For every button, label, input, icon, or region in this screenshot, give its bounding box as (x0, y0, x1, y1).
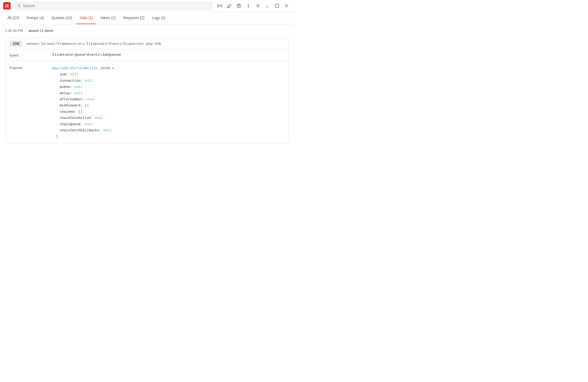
obj-id: {#288 (100, 66, 110, 70)
field-job: job: null (52, 71, 114, 77)
search-icon (17, 4, 21, 8)
svg-text:H: H (5, 4, 9, 8)
search-input[interactable] (23, 4, 209, 8)
job-badge: JOB (10, 41, 22, 47)
timestamp-bar: 2:42:40 PM - laravel-11-demo (5, 29, 289, 33)
field-chained: chained: [] (52, 109, 114, 115)
field-chainqueue: chainQueue: null (52, 121, 114, 127)
field-aftercommit: afterCommit: null (52, 96, 114, 102)
field-delay: delay: null (52, 90, 114, 96)
tab-dumps[interactable]: Dumps (4) (23, 12, 47, 24)
app-name: laravel-11-demo (28, 29, 53, 33)
svg-point-8 (257, 5, 259, 7)
toggle-arrow[interactable]: ▼ (112, 67, 114, 70)
title-bar-actions (215, 2, 291, 10)
field-chainconnection: chainConnection: null (52, 115, 114, 121)
svg-line-3 (20, 6, 20, 7)
payload-row: Payload App\Jobs\PerformAction {#288 ▼ j… (6, 61, 288, 143)
timestamp: 2:42:40 PM (5, 29, 23, 33)
minimize-button[interactable] (263, 2, 272, 10)
job-header: JOB vendor/laravel/framework/src/Illumin… (6, 38, 288, 50)
pin-button[interactable] (225, 2, 234, 10)
trash-button[interactable] (235, 2, 243, 10)
svg-rect-10 (275, 4, 279, 7)
sort-button[interactable] (244, 2, 253, 10)
payload-block: App\Jobs\PerformAction {#288 ▼ job: null… (52, 65, 114, 140)
tab-requests[interactable]: Requests (2) (120, 12, 148, 24)
payload-label: Payload (10, 65, 52, 70)
close-button[interactable] (282, 2, 291, 10)
tab-all[interactable]: All (23) (4, 12, 22, 24)
job-body: Event Illuminate\Queue\Events\JobQueued … (6, 50, 288, 143)
field-chaincatchcallbacks: chainCatchCallbacks: null (52, 127, 114, 133)
field-connection: connection: null (52, 78, 114, 84)
broadcast-button[interactable] (215, 2, 224, 10)
field-queue: queue: null (52, 84, 114, 90)
main-content: 2:42:40 PM - laravel-11-demo JOB vendor/… (0, 24, 294, 147)
maximize-button[interactable] (273, 2, 281, 10)
separator: - (25, 29, 26, 33)
tab-views[interactable]: Views (1) (97, 12, 119, 24)
tab-logs[interactable]: Logs (2) (149, 12, 168, 24)
field-middleware: middleware: [] (52, 102, 114, 108)
svg-rect-5 (237, 5, 240, 8)
class-line: App\Jobs\PerformAction {#288 ▼ (52, 65, 114, 71)
search-bar[interactable] (14, 2, 212, 10)
job-file-path: vendor/laravel/framework/src/Illuminate/… (26, 42, 161, 46)
event-value: Illuminate\Queue\Events\JobQueued (52, 53, 120, 57)
event-row: Event Illuminate\Queue\Events\JobQueued (6, 50, 288, 61)
event-label: Event (10, 53, 52, 57)
tab-queries[interactable]: Queries (13) (48, 12, 75, 24)
title-bar: H (0, 0, 294, 12)
tab-bar: All (23) Dumps (4) Queries (13) Jobs (1)… (0, 12, 294, 24)
settings-button[interactable] (254, 2, 262, 10)
tab-jobs[interactable]: Jobs (1) (76, 12, 96, 24)
close-brace: } (52, 133, 114, 140)
job-card: JOB vendor/laravel/framework/src/Illumin… (5, 38, 289, 143)
app-logo: H (3, 2, 11, 10)
svg-point-4 (219, 5, 220, 6)
class-name: App\Jobs\PerformAction (52, 66, 98, 70)
